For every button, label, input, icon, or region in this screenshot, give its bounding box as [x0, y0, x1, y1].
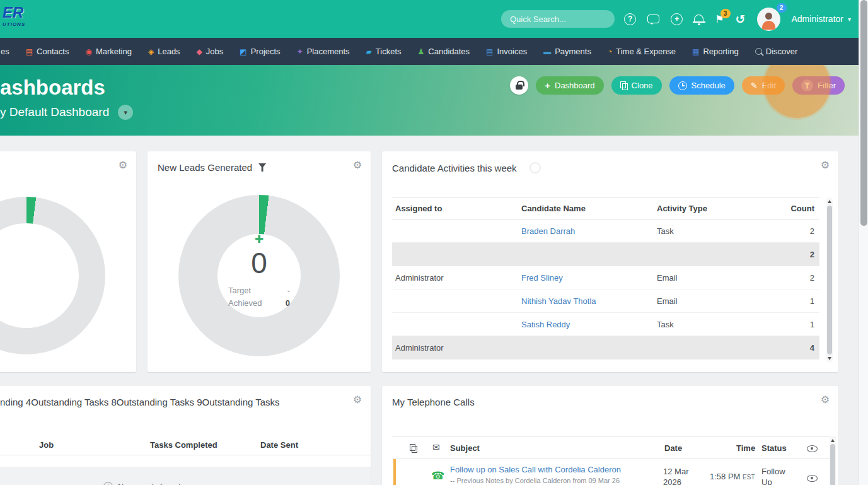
table-header: Assigned to Candidate Name Activity Type…: [392, 197, 819, 219]
widget-title: New Leads Generated: [158, 162, 252, 173]
widget-settings-gear-icon[interactable]: ⚙: [821, 160, 830, 170]
chat-icon[interactable]: [647, 15, 659, 23]
app-logo[interactable]: ER UTIONS: [3, 5, 25, 27]
loading-spinner: [529, 162, 541, 173]
eye-icon[interactable]: [807, 445, 818, 452]
leads-donut-chart: ✚ 0 Target- Achieved0: [178, 195, 340, 356]
table-row[interactable]: Nithish Yadav Thotla Email 1: [392, 289, 819, 313]
target-label: Target: [228, 284, 251, 297]
candidate-link[interactable]: Fred Sliney: [521, 273, 657, 283]
filter-button[interactable]: Filter: [792, 76, 845, 95]
nav-item-placements[interactable]: ✦Placements: [289, 38, 358, 65]
logo-text-top: ER: [3, 5, 25, 20]
widget-title: Candidate Activities this week: [392, 163, 517, 173]
table-header: ✉ Subject Date Time Status: [392, 436, 830, 459]
main-nav: es ▤Contacts ◉Marketing ◈Leads ◆Jobs ◩Pr…: [0, 38, 859, 65]
call-note: -- Previous Notes by Cordelia Calderon f…: [450, 477, 620, 484]
row-highlight-stripe: [393, 459, 396, 485]
leads-icon: ◈: [148, 48, 154, 56]
avatar-badge: 2: [777, 3, 787, 13]
nav-item-invoices[interactable]: ▤Invoices: [478, 38, 535, 65]
clone-button[interactable]: Clone: [611, 76, 662, 95]
candidate-link[interactable]: Braden Darrah: [521, 226, 657, 236]
nav-item-reporting[interactable]: ▦Reporting: [684, 38, 747, 65]
flag-menu[interactable]: ⚑ 3: [715, 13, 724, 25]
widget-title: nding 4Outstanding Tasks 8Outstanding Ta…: [0, 397, 280, 407]
marketing-icon: ◉: [85, 48, 91, 56]
table-row[interactable]: Administrator Fred Sliney Email 2: [392, 266, 819, 289]
edit-button[interactable]: ✎Edit: [742, 76, 785, 95]
top-header: ER UTIONS ? + ⚑ 3 ↺ 2 Administrator: [0, 0, 859, 38]
projects-icon: ◩: [240, 48, 246, 56]
avatar-body: [762, 21, 775, 30]
widget-settings-gear-icon[interactable]: ⚙: [353, 395, 362, 405]
add-dashboard-button[interactable]: +Dashboard: [536, 76, 603, 95]
scroll-up-arrow[interactable]: [828, 200, 831, 203]
table-subtotal-row: 2: [392, 243, 819, 266]
dashboard-selector-chevron[interactable]: ▾: [118, 105, 133, 120]
nav-item-payments[interactable]: ▬Payments: [535, 38, 599, 65]
widget-settings-gear-icon[interactable]: ⚙: [119, 160, 127, 170]
phone-icon: ☎: [431, 470, 444, 481]
scrollbar-thumb[interactable]: [827, 206, 832, 354]
page-scrollbar[interactable]: [859, 0, 868, 485]
search-input[interactable]: [501, 10, 615, 28]
lock-button[interactable]: [510, 76, 528, 95]
page-title: ashboards: [0, 76, 105, 100]
scrollbar-thumb[interactable]: [830, 444, 835, 485]
copy-icon[interactable]: [410, 444, 417, 452]
call-time: 1:58 PM EST: [710, 472, 755, 481]
plus-icon: +: [545, 80, 550, 91]
table-row[interactable]: ☎ Follow up on Sales Call with Cordelia …: [392, 459, 830, 485]
widget-donut-left: ⚙: [0, 151, 136, 372]
clock-icon: ◔: [608, 48, 612, 56]
nav-item-marketing[interactable]: ◉Marketing: [77, 38, 140, 65]
pencil-icon: ✎: [751, 81, 758, 90]
schedule-button[interactable]: Schedule: [669, 76, 734, 95]
quick-add-icon[interactable]: +: [671, 13, 683, 25]
widget-outstanding-tasks: nding 4Outstanding Tasks 8Outstanding Ta…: [0, 386, 371, 485]
placements-icon: ✦: [297, 48, 303, 56]
activities-table: Assigned to Candidate Name Activity Type…: [392, 197, 819, 359]
table-row[interactable]: Braden Darrah Task 2: [392, 219, 819, 243]
nav-item-cut[interactable]: es: [0, 38, 18, 65]
leads-value: 0: [251, 247, 267, 279]
user-avatar[interactable]: 2: [757, 8, 780, 31]
widget-settings-gear-icon[interactable]: ⚙: [353, 160, 362, 170]
nav-item-discover[interactable]: Discover: [747, 38, 806, 65]
page-scrollbar-thumb[interactable]: [860, 0, 867, 226]
widget-settings-gear-icon[interactable]: ⚙: [821, 395, 830, 405]
contacts-icon: ▤: [26, 48, 33, 56]
notifications-bell-icon[interactable]: [694, 15, 703, 22]
nav-item-candidates[interactable]: ♟Candidates: [410, 38, 478, 65]
candidate-link[interactable]: Satish Reddy: [521, 320, 657, 329]
candidate-link[interactable]: Nithish Yadav Thotla: [521, 296, 657, 306]
move-icon: ✚: [255, 234, 263, 245]
nav-item-tickets[interactable]: ▰Tickets: [358, 38, 410, 65]
page-banner: ashboards y Default Dashboard ▾ +Dashboa…: [0, 65, 859, 136]
nav-item-time-expense[interactable]: ◔Time & Expense: [599, 38, 684, 65]
empty-state: No records found: [0, 467, 371, 485]
filter-funnel-icon[interactable]: [258, 163, 266, 172]
table-scrollbar[interactable]: [826, 197, 833, 363]
call-subject-link[interactable]: Follow up on Sales Call with Cordelia Ca…: [450, 465, 621, 474]
invoices-icon: ▤: [486, 48, 493, 56]
table-row[interactable]: Satish Reddy Task 1: [392, 313, 819, 336]
widget-candidate-activities: Candidate Activities this week ⚙ Assigne…: [382, 151, 838, 372]
nav-item-projects[interactable]: ◩Projects: [231, 38, 288, 65]
flag-badge: 3: [720, 9, 731, 18]
nav-item-leads[interactable]: ◈Leads: [140, 38, 188, 65]
history-icon[interactable]: ↺: [736, 12, 746, 26]
nav-item-contacts[interactable]: ▤Contacts: [18, 38, 78, 65]
table-scrollbar[interactable]: [830, 436, 836, 485]
scroll-up-arrow[interactable]: [831, 439, 835, 442]
user-menu[interactable]: Administrator ▾: [792, 14, 852, 24]
achieved-value: 0: [286, 297, 290, 310]
envelope-icon[interactable]: ✉: [432, 442, 440, 452]
eye-icon[interactable]: [807, 475, 818, 482]
banner-actions: +Dashboard Clone Schedule ✎Edit Filter: [510, 76, 845, 95]
widget-new-leads: New Leads Generated ⚙ ✚ 0 Target- Achiev…: [148, 151, 371, 372]
nav-item-jobs[interactable]: ◆Jobs: [188, 38, 232, 65]
scroll-down-arrow[interactable]: [828, 357, 831, 360]
help-icon[interactable]: ?: [624, 13, 636, 25]
